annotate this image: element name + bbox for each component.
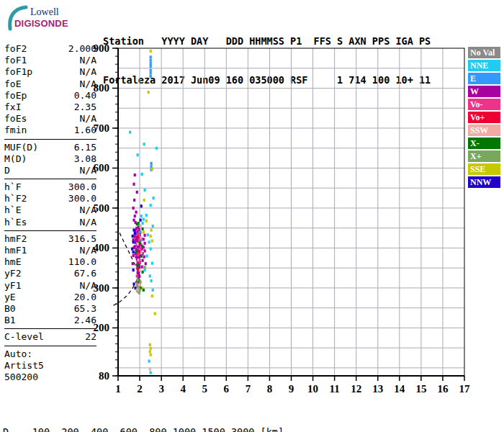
echo-point-NNW [132, 269, 135, 271]
direction-color-legend: No ValNNEEWVo-Vo+SSWX-X+SSENNW [468, 47, 501, 189]
legend-item-vo+: Vo+ [468, 112, 500, 123]
y-tick-label: 800 [94, 82, 110, 94]
echo-point-SSE [150, 235, 152, 238]
echo-point-W [134, 215, 136, 217]
y-tick-label: 300 [94, 282, 110, 294]
echo-point-X+ [137, 279, 139, 282]
echo-point-SSE [151, 294, 153, 297]
echo-point-SSW [149, 368, 151, 371]
echo-point-NNW [139, 219, 141, 222]
echo-point-NNE [147, 233, 149, 236]
echo-point-NNE [150, 372, 152, 374]
echo-point-X- [137, 264, 139, 266]
distance-row: D 100 200 400 600 800 1000 1500 3000 [km… [3, 427, 496, 432]
echo-point-E [150, 65, 152, 68]
echo-point-Vo+ [137, 267, 139, 270]
echo-point-SSW [139, 225, 141, 228]
echo-point-NNW [140, 204, 143, 207]
echo-point-NNW [132, 251, 135, 253]
echo-point-SSE [148, 91, 150, 94]
echo-point-W [134, 174, 136, 176]
echo-point-Vo+ [138, 250, 140, 253]
echo-point-NNE [148, 240, 150, 243]
x-tick-label: 4 [180, 383, 186, 395]
echo-point-X+ [143, 266, 145, 269]
echo-point-X- [135, 251, 137, 253]
echo-point-NNW [131, 248, 133, 251]
y-tick-label: 500 [94, 202, 110, 214]
echo-point-NNE [137, 153, 139, 156]
echo-point-E [139, 230, 141, 233]
x-tick-label: 15 [415, 383, 426, 395]
echo-point-E [150, 62, 152, 65]
echo-point-E [150, 75, 152, 78]
x-tick-label: 3 [158, 383, 164, 395]
echo-point-NNE [141, 173, 143, 176]
x-tick-label: 13 [372, 383, 383, 395]
echo-point-X- [141, 271, 143, 274]
echo-point-Vo- [137, 233, 139, 235]
echo-point-Vo- [139, 261, 141, 264]
echo-point-W [134, 235, 136, 238]
echo-point-W [143, 256, 145, 258]
echo-point-W [132, 183, 135, 186]
echo-point-SSE [149, 350, 151, 353]
echo-point-W [145, 262, 147, 265]
x-tick-label: 5 [202, 383, 208, 395]
legend-item-w: W [468, 86, 500, 97]
y-tick-label: 200 [94, 322, 110, 333]
echo-point-E [150, 162, 152, 165]
x-tick-label: 6 [224, 383, 230, 395]
echo-point-X- [141, 228, 143, 230]
echo-point-NNE [145, 255, 148, 258]
y-tick-label: 400 [94, 242, 110, 253]
echo-point-E [150, 69, 152, 72]
echo-point-NNE [143, 143, 145, 145]
echo-point-X- [140, 255, 143, 258]
legend-item-nnw: NNW [468, 176, 500, 188]
echo-point-NNE [156, 147, 158, 150]
echo-point-SSE [143, 230, 145, 233]
echo-point-Vo- [136, 274, 138, 277]
echo-point-SSE [151, 168, 153, 171]
echo-point-NNE [148, 359, 150, 362]
legend-item-x+: X+ [468, 150, 500, 162]
y-tick-label: 80 [99, 370, 109, 382]
echo-point-NNW [132, 240, 135, 243]
x-tick-label: 2 [137, 383, 143, 395]
echo-point-X- [137, 222, 139, 225]
echo-point-NNE [143, 269, 145, 271]
x-tick-label: 9 [289, 383, 294, 395]
echo-point-SSE [150, 228, 152, 231]
echo-point-NNE [153, 197, 155, 199]
echo-point-W [135, 211, 137, 214]
legend-item-ssw: SSW [468, 125, 500, 136]
echo-point-W [141, 266, 143, 269]
echo-point-NNE [152, 289, 154, 292]
echo-point-SSE [150, 354, 152, 356]
x-tick-label: 12 [351, 383, 361, 395]
echo-point-NNE [129, 131, 131, 134]
y-tick-label: 900 [94, 42, 110, 54]
echo-point-SSE [154, 312, 156, 315]
echo-point-W [143, 234, 145, 237]
x-tick-label: 10 [307, 383, 318, 395]
legend-item-e: E [468, 73, 500, 84]
x-tick-label: 17 [459, 383, 471, 395]
echo-point-NNE [150, 204, 152, 207]
echo-point-SSW [138, 283, 140, 286]
echo-point-SSE [145, 220, 148, 222]
echo-point-Vo- [137, 253, 139, 256]
echo-point-SSE [151, 239, 153, 242]
echo-point-W [141, 259, 143, 262]
echo-point-W [132, 262, 134, 265]
echo-point-NNE [149, 274, 151, 277]
echo-point-NNE [140, 215, 143, 217]
echo-point-E [150, 55, 152, 58]
echo-point-W [133, 199, 135, 202]
x-tick-label: 8 [267, 383, 273, 395]
echo-point-W [143, 238, 145, 240]
legend-item-no-val: No Val [468, 47, 500, 58]
echo-point-NNE [151, 262, 153, 265]
echo-point-X+ [138, 292, 140, 294]
